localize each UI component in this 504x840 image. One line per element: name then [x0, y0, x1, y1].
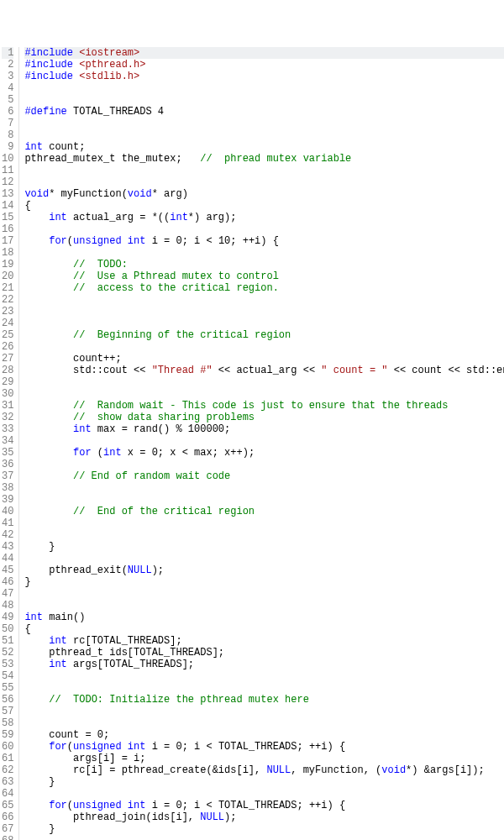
line-number: 42 [2, 529, 13, 541]
code-line[interactable] [24, 94, 504, 106]
code-line[interactable]: } [24, 576, 504, 588]
code-line[interactable]: // show data sharing problems [24, 412, 504, 423]
code-line[interactable]: // Random wait - This code is just to en… [24, 400, 504, 412]
line-number: 68 [2, 835, 13, 840]
code-line[interactable]: count++; [24, 353, 504, 365]
code-line[interactable] [24, 176, 504, 188]
code-line[interactable] [24, 306, 504, 318]
line-number: 23 [2, 306, 13, 318]
code-line[interactable] [24, 553, 504, 564]
code-area[interactable]: #include <iostream>#include <pthread.h>#… [19, 47, 504, 840]
code-line[interactable]: count = 0; [24, 729, 504, 741]
code-line[interactable]: for(unsigned int i = 0; i < TOTAL_THREAD… [24, 800, 504, 811]
line-number: 30 [2, 388, 13, 400]
line-number: 25 [2, 329, 13, 341]
line-number: 55 [2, 682, 13, 694]
code-line[interactable]: int count; [24, 141, 504, 153]
code-line[interactable] [24, 682, 504, 694]
line-number: 67 [2, 823, 13, 835]
code-line[interactable]: #include <stdlib.h> [24, 71, 504, 82]
code-line[interactable] [24, 529, 504, 541]
line-number: 22 [2, 294, 13, 306]
code-line[interactable]: #include <pthread.h> [24, 59, 504, 71]
code-line[interactable]: { [24, 200, 504, 212]
code-line[interactable] [24, 341, 504, 353]
code-line[interactable]: pthread_exit(NULL); [24, 564, 504, 576]
code-line[interactable] [24, 706, 504, 717]
code-line[interactable]: std::cout << "Thread #" << actual_arg <<… [24, 365, 504, 376]
line-number: 11 [2, 165, 13, 176]
code-editor[interactable]: 1234567891011121314151617181920212223242… [0, 47, 504, 840]
code-line[interactable]: } [24, 541, 504, 553]
code-line[interactable] [24, 388, 504, 400]
line-number: 65 [2, 800, 13, 811]
code-line[interactable]: } [24, 823, 504, 835]
code-line[interactable] [24, 517, 504, 529]
line-number: 59 [2, 729, 13, 741]
line-number: 53 [2, 659, 13, 670]
line-number: 48 [2, 600, 13, 612]
line-number: 44 [2, 553, 13, 564]
code-line[interactable]: // TODO: Initialize the pthread mutex he… [24, 694, 504, 706]
code-line[interactable]: pthread_join(ids[i], NULL); [24, 811, 504, 823]
code-line[interactable] [24, 482, 504, 494]
code-line[interactable]: #define TOTAL_THREADS 4 [24, 106, 504, 118]
code-line[interactable]: } [24, 776, 504, 788]
code-line[interactable] [24, 835, 504, 840]
line-number: 4 [2, 82, 13, 94]
code-line[interactable] [24, 494, 504, 506]
line-number: 64 [2, 788, 13, 800]
code-line[interactable] [24, 600, 504, 612]
code-line[interactable]: int args[TOTAL_THREADS]; [24, 659, 504, 670]
code-line[interactable]: // Beginning of the critical region [24, 329, 504, 341]
code-line[interactable] [24, 129, 504, 141]
code-line[interactable]: #include <iostream> [24, 47, 504, 59]
code-line[interactable]: for(unsigned int i = 0; i < TOTAL_THREAD… [24, 741, 504, 753]
code-line[interactable] [24, 717, 504, 729]
code-line[interactable] [24, 588, 504, 600]
code-line[interactable]: { [24, 623, 504, 635]
code-line[interactable]: void* myFunction(void* arg) [24, 188, 504, 200]
line-number: 45 [2, 564, 13, 576]
line-number: 19 [2, 259, 13, 270]
line-number: 52 [2, 647, 13, 659]
code-line[interactable]: int main() [24, 612, 504, 623]
line-number: 3 [2, 71, 13, 82]
code-line[interactable] [24, 670, 504, 682]
code-line[interactable] [24, 294, 504, 306]
code-line[interactable] [24, 82, 504, 94]
code-line[interactable]: int actual_arg = *((int*) arg); [24, 212, 504, 223]
code-line[interactable] [24, 165, 504, 176]
code-line[interactable] [24, 118, 504, 129]
line-number: 36 [2, 459, 13, 470]
code-line[interactable] [24, 223, 504, 235]
code-line[interactable] [24, 376, 504, 388]
line-number-gutter: 1234567891011121314151617181920212223242… [0, 47, 19, 840]
code-line[interactable]: // Use a Pthread mutex to control [24, 270, 504, 282]
line-number: 6 [2, 106, 13, 118]
code-line[interactable] [24, 459, 504, 470]
line-number: 34 [2, 435, 13, 447]
code-line[interactable] [24, 247, 504, 259]
code-line[interactable]: rc[i] = pthread_create(&ids[i], NULL, my… [24, 764, 504, 776]
code-line[interactable] [24, 318, 504, 329]
line-number: 61 [2, 753, 13, 764]
code-line[interactable]: pthread_mutex_t the_mutex; // phread mut… [24, 153, 504, 165]
code-line[interactable] [24, 788, 504, 800]
line-number: 40 [2, 506, 13, 517]
code-line[interactable]: // access to the critical region. [24, 282, 504, 294]
code-line[interactable]: pthread_t ids[TOTAL_THREADS]; [24, 647, 504, 659]
code-line[interactable]: args[i] = i; [24, 753, 504, 764]
line-number: 66 [2, 811, 13, 823]
code-line[interactable]: for(unsigned int i = 0; i < 10; ++i) { [24, 235, 504, 247]
code-line[interactable]: // End of random wait code [24, 470, 504, 482]
line-number: 54 [2, 670, 13, 682]
line-number: 17 [2, 235, 13, 247]
code-line[interactable]: for (int x = 0; x < max; x++); [24, 447, 504, 459]
line-number: 43 [2, 541, 13, 553]
code-line[interactable]: // TODO: [24, 259, 504, 270]
code-line[interactable]: int rc[TOTAL_THREADS]; [24, 635, 504, 647]
code-line[interactable]: int max = rand() % 100000; [24, 423, 504, 435]
code-line[interactable] [24, 435, 504, 447]
code-line[interactable]: // End of the critical region [24, 506, 504, 517]
